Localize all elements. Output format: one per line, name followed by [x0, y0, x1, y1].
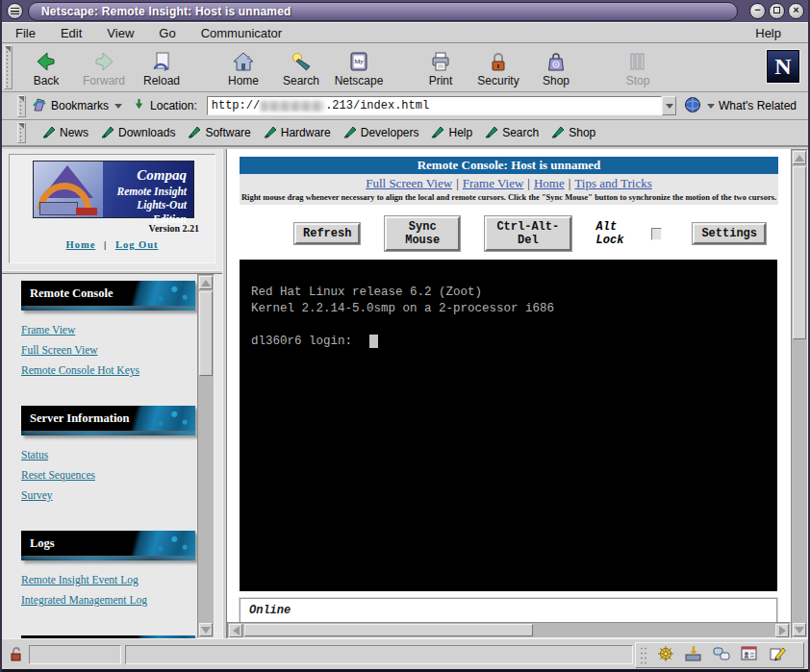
personal-bookmark[interactable]: Developers	[343, 125, 419, 141]
menu-item[interactable]: Communicator	[201, 26, 294, 40]
content-nav-link[interactable]: Full Screen View	[366, 176, 452, 190]
sidebar-link[interactable]: Integrated Management Log	[21, 590, 197, 610]
sidebar-home-link[interactable]: Home	[65, 239, 95, 250]
menu-item[interactable]: File	[15, 26, 47, 40]
shop-button[interactable]: Shop	[528, 45, 584, 89]
security-padlock-icon[interactable]	[9, 646, 24, 665]
component-bar-grip[interactable]	[640, 646, 647, 664]
bookmark-ribbon-icon	[431, 125, 444, 141]
ctrl-alt-del-button[interactable]: Ctrl-Alt-Del	[485, 216, 571, 251]
svg-text:My: My	[354, 58, 364, 65]
url-dropdown-button[interactable]	[662, 96, 676, 115]
logout-link[interactable]: Log Out	[115, 239, 159, 250]
home-button[interactable]: Home	[215, 45, 271, 89]
personal-toolbar: News Downloads Software Hardware Develop…	[2, 120, 808, 147]
content-nav-link[interactable]: Home	[534, 176, 565, 190]
security-button[interactable]: Security	[470, 45, 526, 89]
forward-button[interactable]: Forward	[76, 45, 132, 89]
window-title[interactable]: Netscape: Remote Insight: Host is unname…	[28, 2, 738, 21]
browser-content: Compaq Remote Insight Lights-Out Edition…	[2, 149, 808, 638]
address-book-icon[interactable]	[740, 644, 759, 667]
refresh-button[interactable]: Refresh	[294, 223, 360, 244]
alt-lock-checkbox[interactable]	[651, 228, 662, 240]
print-button[interactable]: Print	[413, 45, 468, 89]
navigator-icon[interactable]	[656, 644, 675, 667]
whats-related-button[interactable]: What's Related	[684, 96, 797, 116]
main-vertical-scrollbar[interactable]	[791, 149, 808, 638]
main-horizontal-scrollbar[interactable]	[227, 622, 791, 638]
scroll-left-button[interactable]	[229, 624, 242, 637]
minimize-button[interactable]: −	[749, 3, 766, 19]
window-menu-button[interactable]	[7, 3, 23, 19]
bookmark-ribbon-icon	[101, 125, 114, 141]
scroll-up-button[interactable]	[793, 151, 806, 164]
sidebar-link[interactable]: Full Screen View	[21, 340, 197, 361]
window-menu-icon	[11, 8, 19, 14]
menu-item-help[interactable]: Help	[755, 26, 795, 40]
page-title: Remote Console: Host is unnamed	[240, 157, 778, 174]
search-button[interactable]: Search	[273, 45, 329, 89]
reload-icon	[151, 49, 172, 72]
my-netscape-icon: My	[348, 49, 369, 72]
menu-item[interactable]: Edit	[61, 26, 93, 40]
mailbox-icon[interactable]	[684, 644, 703, 667]
back-icon	[36, 49, 57, 72]
product-name-line1: Remote Insight	[103, 185, 187, 198]
scrollbar-thumb[interactable]	[793, 166, 806, 339]
sidebar-link[interactable]: Remote Console Hot Keys	[21, 361, 197, 381]
sidebar-link[interactable]: Remote Insight Event Log	[21, 570, 197, 590]
scroll-up-button[interactable]	[199, 276, 213, 289]
personal-bookmark[interactable]: Shop	[551, 125, 595, 141]
sidebar-section: Remote ConsoleFrame ViewFull Screen View…	[21, 281, 197, 381]
personal-bookmark[interactable]: Help	[431, 125, 472, 141]
personal-bookmark[interactable]: News	[42, 125, 89, 141]
personal-bookmark[interactable]: Downloads	[101, 125, 175, 141]
bookmarks-menu[interactable]: Bookmarks	[32, 97, 122, 115]
sidebar-link[interactable]: Frame View	[21, 320, 197, 340]
section-header-strip	[21, 431, 195, 436]
back-button[interactable]: Back	[18, 45, 74, 89]
content-nav-link[interactable]: Tips and Tricks	[574, 176, 651, 190]
sidebar-link[interactable]: Survey	[21, 485, 197, 506]
console-button-row: Refresh Sync Mouse Ctrl-Alt-Del Alt Lock…	[294, 216, 791, 251]
scroll-down-button[interactable]	[793, 623, 806, 636]
url-input[interactable]: http://.213/index.html	[207, 96, 662, 115]
maximize-button[interactable]	[769, 3, 785, 19]
sidebar-scrollbar[interactable]	[197, 274, 215, 638]
scroll-right-button[interactable]	[775, 624, 789, 637]
scrollbar-thumb[interactable]	[244, 624, 533, 636]
toolbar-grip[interactable]	[4, 45, 13, 89]
section-header-strip	[21, 556, 195, 560]
settings-button[interactable]: Settings	[693, 223, 766, 244]
content-nav-links: Full Screen View|Frame View|Home|Tips an…	[240, 176, 778, 191]
toolbar-grip[interactable]	[17, 95, 26, 117]
remote-console-screen[interactable]: Red Hat Linux release 6.2 (Zoot) Kernel …	[240, 260, 777, 591]
scrollbar-thumb[interactable]	[199, 291, 213, 376]
scroll-down-button[interactable]	[199, 623, 213, 636]
sidebar-link[interactable]: Reset Sequences	[21, 465, 197, 485]
window-titlebar: Netscape: Remote Insight: Host is unname…	[2, 0, 808, 22]
bookmark-ribbon-icon	[343, 125, 357, 141]
sidebar-link[interactable]: Status	[21, 445, 197, 465]
section-header-strip	[21, 306, 195, 311]
menu-item[interactable]: View	[107, 26, 145, 40]
personal-bookmark[interactable]: Hardware	[264, 125, 331, 141]
reload-button[interactable]: Reload	[134, 45, 190, 89]
section-title: Remote Console	[21, 286, 113, 300]
close-button[interactable]: ×	[788, 3, 804, 19]
toolbar-grip[interactable]	[17, 122, 26, 143]
personal-bookmark[interactable]: Search	[485, 125, 539, 141]
netscape-my-button[interactable]: My Netscape	[331, 45, 387, 89]
content-nav-link[interactable]: Frame View	[463, 176, 524, 190]
personal-bookmark[interactable]: Software	[188, 125, 250, 141]
stop-button[interactable]: Stop	[610, 45, 666, 89]
netscape-logo[interactable]: N	[767, 50, 799, 83]
composer-icon[interactable]	[768, 644, 787, 667]
sidebar-section: LogsRemote Insight Event LogIntegrated M…	[21, 531, 197, 610]
security-lock-icon	[488, 49, 509, 72]
menu-item[interactable]: Go	[159, 26, 187, 40]
bookmark-ribbon-icon	[42, 125, 56, 141]
redacted-url-segment	[261, 101, 324, 112]
sync-mouse-button[interactable]: Sync Mouse	[385, 216, 460, 251]
discussions-icon[interactable]	[712, 644, 731, 667]
